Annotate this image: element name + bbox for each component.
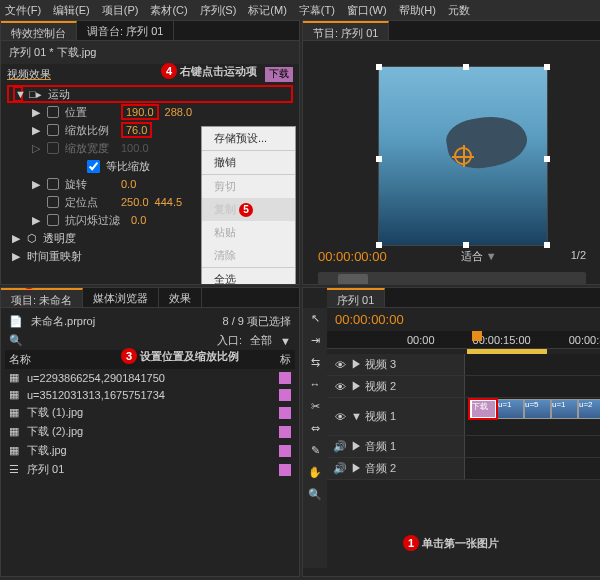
project-item[interactable]: u=3512031313,1675751734: [27, 389, 165, 401]
track-label[interactable]: ▶ 音频 1: [351, 439, 396, 454]
anchor-y[interactable]: 444.5: [155, 196, 183, 208]
twirl-icon[interactable]: ▶: [11, 250, 21, 263]
in-all[interactable]: 全部: [250, 333, 272, 348]
eye-icon[interactable]: 👁: [333, 381, 347, 393]
project-item[interactable]: u=2293866254,2901841750: [27, 372, 165, 384]
track-label[interactable]: ▶ 视频 2: [351, 379, 396, 394]
col-name[interactable]: 名称: [9, 352, 31, 367]
label-swatch[interactable]: [279, 407, 291, 419]
image-icon: ▦: [9, 388, 19, 401]
stopwatch-icon[interactable]: [47, 214, 59, 226]
uniform-scale-checkbox[interactable]: [87, 160, 100, 173]
resolution[interactable]: 1/2: [571, 249, 586, 264]
item-count: 8 / 9 项已选择: [223, 314, 291, 329]
stopwatch-icon[interactable]: [47, 124, 59, 136]
search-icon[interactable]: 🔍: [9, 334, 23, 347]
track-select-tool-icon[interactable]: ⇥: [303, 330, 327, 352]
anchor-x[interactable]: 250.0: [121, 196, 149, 208]
timeline-clip[interactable]: u=2: [578, 399, 600, 419]
tab-sequence[interactable]: 序列 01: [327, 288, 385, 307]
main-menubar[interactable]: 文件(F) 编辑(E) 项目(P) 素材(C) 序列(S) 标记(M) 字幕(T…: [0, 0, 600, 20]
hand-tool-icon[interactable]: ✋: [303, 462, 327, 484]
stopwatch-icon[interactable]: [47, 106, 59, 118]
project-name: 未命名.prproj: [31, 314, 95, 329]
program-viewer[interactable]: [378, 66, 548, 246]
antiflicker-value[interactable]: 0.0: [131, 214, 146, 226]
menu-help[interactable]: 帮助(H): [399, 3, 436, 17]
tab-effects[interactable]: 效果: [159, 288, 202, 307]
tab-effect-controls[interactable]: 特效控制台: [1, 21, 77, 40]
menu-undo[interactable]: 撤销: [202, 151, 295, 174]
zoom-tool-icon[interactable]: 🔍: [303, 484, 327, 506]
current-time[interactable]: 00:00:00:00: [318, 249, 387, 264]
tab-media-browser[interactable]: 媒体浏览器: [83, 288, 159, 307]
tab-program[interactable]: 节目: 序列 01: [303, 21, 389, 40]
rotation-value[interactable]: 0.0: [121, 178, 136, 190]
timeremap-effect[interactable]: 时间重映射: [27, 249, 82, 264]
track-label[interactable]: ▶ 视频 3: [351, 357, 396, 372]
twirl-icon[interactable]: ▶: [31, 124, 41, 137]
label-swatch[interactable]: [279, 464, 291, 476]
eye-icon[interactable]: 👁: [333, 359, 347, 371]
timeline-clip[interactable]: u=5: [524, 399, 551, 419]
menu-edit[interactable]: 编辑(E): [53, 3, 90, 17]
menu-sequence[interactable]: 序列(S): [200, 3, 237, 17]
label-swatch[interactable]: [279, 445, 291, 457]
twirl-icon[interactable]: ▶: [11, 232, 21, 245]
slip-tool-icon[interactable]: ⇔: [303, 418, 327, 440]
menu-file[interactable]: 文件(F): [5, 3, 41, 17]
selection-tool-icon[interactable]: ↖: [303, 308, 327, 330]
razor-tool-icon[interactable]: ✂: [303, 396, 327, 418]
eye-icon[interactable]: 👁: [333, 411, 347, 423]
speaker-icon[interactable]: 🔊: [333, 440, 347, 453]
program-scrubber[interactable]: [318, 272, 586, 285]
rate-tool-icon[interactable]: ↔: [303, 374, 327, 396]
opacity-effect[interactable]: 透明度: [43, 231, 76, 246]
tab-project[interactable]: 项目: 未命名: [1, 288, 83, 307]
menu-save-preset[interactable]: 存储预设...: [202, 127, 295, 150]
speaker-icon[interactable]: 🔊: [333, 462, 347, 475]
timeline-clip[interactable]: u=1: [497, 399, 524, 419]
menu-copy[interactable]: 复制 5: [202, 198, 295, 221]
menu-meta[interactable]: 元数: [448, 3, 470, 17]
col-label[interactable]: 标: [280, 352, 291, 367]
project-item[interactable]: 序列 01: [27, 462, 64, 477]
position-x[interactable]: 190.0: [121, 104, 159, 120]
menu-select-all[interactable]: 全选: [202, 268, 295, 285]
position-y[interactable]: 288.0: [165, 106, 193, 118]
project-item[interactable]: 下载 (2).jpg: [27, 424, 83, 439]
motion-effect[interactable]: 运动: [48, 87, 70, 102]
time-ruler[interactable]: 00:00 00:00:15:00 00:00:30:00: [327, 331, 600, 349]
pen-tool-icon[interactable]: ✎: [303, 440, 327, 462]
menu-window[interactable]: 窗口(W): [347, 3, 387, 17]
scale-width-label: 缩放宽度: [65, 141, 115, 156]
scale-value[interactable]: 76.0: [121, 122, 152, 138]
twirl-icon[interactable]: ▶: [31, 214, 41, 227]
menu-clip[interactable]: 素材(C): [150, 3, 187, 17]
timeline-clip[interactable]: u=1: [551, 399, 578, 419]
motion-twirl-icon[interactable]: ▼: [13, 86, 23, 102]
position-label: 位置: [65, 105, 115, 120]
project-item[interactable]: 下载 (1).jpg: [27, 405, 83, 420]
scale-label: 缩放比例: [65, 123, 115, 138]
chevron-down-icon[interactable]: ▼: [280, 335, 291, 347]
project-item[interactable]: 下载.jpg: [27, 443, 67, 458]
playhead-icon[interactable]: [472, 331, 482, 341]
twirl-icon[interactable]: ▷: [31, 142, 41, 155]
track-label[interactable]: ▶ 音频 2: [351, 461, 396, 476]
label-swatch[interactable]: [279, 389, 291, 401]
twirl-icon[interactable]: ▶: [31, 178, 41, 191]
label-swatch[interactable]: [279, 372, 291, 384]
menu-subtitle[interactable]: 字幕(T): [299, 3, 335, 17]
track-label[interactable]: ▼ 视频 1: [351, 409, 396, 424]
tab-audio-mixer[interactable]: 调音台: 序列 01: [77, 21, 174, 40]
twirl-icon[interactable]: ▶: [31, 106, 41, 119]
label-swatch[interactable]: [279, 426, 291, 438]
timeline-timecode[interactable]: 00:00:00:00: [327, 308, 600, 331]
ripple-tool-icon[interactable]: ⇆: [303, 352, 327, 374]
stopwatch-icon[interactable]: [47, 196, 59, 208]
stopwatch-icon[interactable]: [47, 178, 59, 190]
menu-marker[interactable]: 标记(M): [248, 3, 287, 17]
fit-dropdown[interactable]: 适合 ▼: [461, 249, 497, 264]
menu-project[interactable]: 项目(P): [102, 3, 139, 17]
